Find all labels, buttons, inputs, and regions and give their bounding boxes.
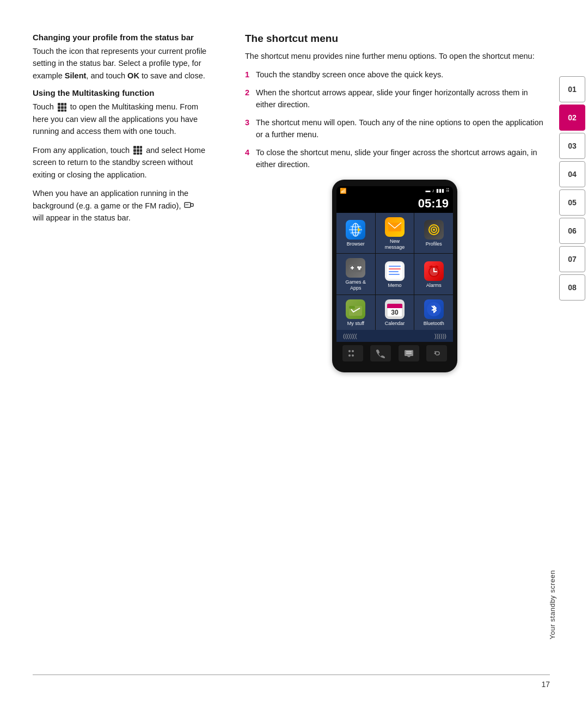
bottom-bar — [336, 342, 453, 365]
sidebar-item-06[interactable]: 06 — [559, 218, 585, 244]
svg-rect-15 — [133, 152, 136, 155]
sim-icon: ▬ — [426, 188, 431, 193]
mystuff-icon — [346, 299, 365, 319]
section1-title: Changing your profile from the status ba… — [33, 33, 207, 42]
signal-icon: 📶 — [340, 188, 346, 194]
step-1: 1 Touch the standby screen once above th… — [245, 69, 544, 81]
message-icon — [385, 217, 405, 237]
shortcut-menu-intro: The shortcut menu provides nine further … — [245, 50, 544, 62]
svg-rect-1 — [61, 103, 64, 106]
status-bar: 📶 ▬ ♪ ▮▮▮ ⠿ — [336, 186, 453, 195]
memo-line4 — [389, 274, 400, 275]
vertical-text: Your standby screen — [548, 570, 556, 640]
svg-marker-57 — [434, 352, 436, 355]
sidebar-item-08[interactable]: 08 — [559, 274, 585, 301]
svg-point-49 — [348, 350, 351, 352]
svg-rect-13 — [137, 149, 139, 152]
status-bar-right: ▬ ♪ ▮▮▮ ⠿ — [426, 188, 450, 193]
step-4: 4 To close the shortcut menu, slide your… — [245, 146, 544, 171]
bottom-btn-menu — [342, 345, 363, 361]
sidebar-item-02[interactable]: 02 — [559, 105, 585, 131]
section2-title: Using the Multitasking function — [33, 88, 207, 97]
swipe-right: )))))) — [434, 333, 446, 339]
multitasking-icon2 — [133, 145, 143, 155]
mystuff-label: My stuff — [347, 321, 364, 327]
swipe-area: ((((((( )))))) — [336, 330, 453, 342]
bluetooth-label: Bluetooth — [424, 321, 444, 327]
svg-rect-17 — [140, 152, 142, 155]
calendar-icon: 30 — [385, 299, 405, 319]
svg-rect-9 — [133, 146, 136, 149]
alarms-icon — [424, 261, 444, 281]
sidebar-item-03[interactable]: 03 — [559, 133, 585, 159]
svg-rect-4 — [61, 106, 64, 109]
bottom-btn-messages — [399, 345, 419, 361]
time-display: 05:19 — [336, 195, 453, 213]
browser-icon — [346, 220, 365, 240]
svg-rect-11 — [140, 146, 142, 149]
status-bar-left: 📶 — [340, 188, 346, 194]
sidebar-item-04[interactable]: 04 — [559, 161, 585, 187]
app-browser: Browser — [336, 213, 375, 254]
bluetooth-icon — [424, 299, 444, 319]
svg-point-51 — [348, 354, 351, 357]
memo-line2 — [389, 268, 401, 269]
svg-rect-34 — [352, 266, 353, 269]
svg-rect-19 — [191, 204, 193, 206]
section2-body3: When you have an application running in … — [33, 187, 207, 224]
right-column: The shortcut menu The shortcut menu prov… — [229, 33, 588, 683]
memo-line1 — [389, 266, 401, 267]
music-icon: ♪ — [432, 188, 435, 193]
svg-rect-2 — [64, 103, 66, 106]
section1-body: Touch the icon that represents your curr… — [33, 45, 207, 82]
app-grid: Browser Newmessage — [336, 213, 453, 330]
app-memo: Memo — [376, 254, 414, 295]
step-2: 2 When the shortcut arrows appear, slide… — [245, 87, 544, 111]
svg-marker-54 — [407, 356, 411, 357]
profiles-icon — [424, 220, 444, 240]
svg-rect-43 — [349, 306, 355, 309]
alarms-label: Alarms — [426, 283, 442, 289]
bottom-btn-back — [426, 345, 447, 361]
sidebar: 01 02 03 04 05 06 07 08 — [556, 0, 588, 705]
svg-rect-12 — [133, 149, 136, 152]
app-message: Newmessage — [376, 213, 414, 254]
phone-mockup: 📶 ▬ ♪ ▮▮▮ ⠿ 05:19 — [332, 180, 457, 372]
section2-body2: From any application, touch and select H… — [33, 144, 207, 181]
svg-point-52 — [352, 354, 354, 357]
memo-label: Memo — [388, 283, 401, 289]
app-calendar: 30 Calendar — [376, 295, 414, 330]
browser-label: Browser — [347, 241, 365, 247]
bottom-line — [33, 675, 550, 675]
multitasking-icon — [57, 102, 67, 112]
svg-rect-6 — [58, 109, 60, 112]
steps-list: 1 Touch the standby screen once above th… — [245, 69, 544, 170]
svg-rect-5 — [64, 106, 66, 109]
sidebar-item-05[interactable]: 05 — [559, 189, 585, 216]
calendar-label: Calendar — [385, 321, 405, 327]
svg-rect-14 — [140, 149, 142, 152]
message-label: Newmessage — [385, 238, 405, 250]
svg-point-37 — [358, 268, 360, 270]
svg-rect-10 — [137, 146, 139, 149]
svg-text:30: 30 — [391, 309, 399, 316]
battery-icon: ▮▮▮ — [436, 188, 444, 193]
section2-body1: Touch to open the Multitasking menu. Fro… — [33, 101, 207, 137]
svg-rect-46 — [387, 306, 402, 308]
app-alarms: Alarms — [414, 254, 453, 295]
bottom-btn-call — [370, 345, 391, 361]
app-mystuff: My stuff — [336, 295, 375, 330]
svg-rect-16 — [137, 152, 139, 155]
svg-rect-0 — [58, 103, 60, 106]
app-games: Games &Apps — [336, 254, 375, 295]
sidebar-item-07[interactable]: 07 — [559, 246, 585, 272]
games-label: Games &Apps — [346, 279, 366, 291]
swipe-left: ((((((( — [343, 333, 357, 339]
left-column: Changing your profile from the status ba… — [0, 33, 229, 683]
phone-screen: 📶 ▬ ♪ ▮▮▮ ⠿ 05:19 — [336, 186, 453, 365]
memo-lines — [387, 263, 402, 279]
svg-point-50 — [352, 350, 354, 352]
svg-rect-8 — [64, 109, 66, 112]
sidebar-item-01[interactable]: 01 — [559, 76, 585, 102]
shortcut-menu-title: The shortcut menu — [245, 33, 544, 45]
